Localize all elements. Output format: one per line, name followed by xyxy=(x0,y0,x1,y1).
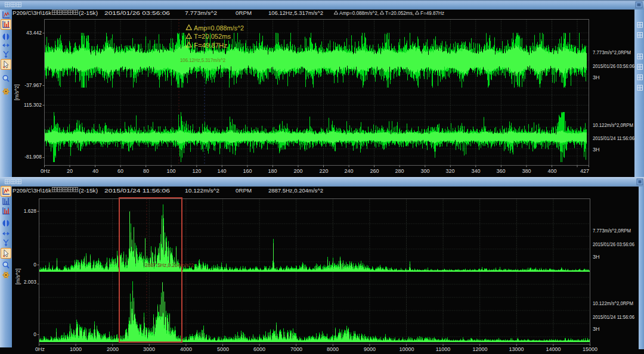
svg-text:120: 120 xyxy=(192,168,201,174)
svg-text:380: 380 xyxy=(522,168,531,174)
svg-text:7.773m/s^2,0RPM: 7.773m/s^2,0RPM xyxy=(593,49,631,55)
svg-text:T=20.052ms,: T=20.052ms, xyxy=(385,10,414,16)
svg-text:220: 220 xyxy=(319,168,328,174)
svg-text:P209/C\3H\16k: P209/C\3H\16k xyxy=(13,187,51,194)
svg-text:15000: 15000 xyxy=(583,346,597,352)
svg-text:2015/01/26 03:56:06: 2015/01/26 03:56:06 xyxy=(593,63,634,69)
svg-text:10.122m/s^2,0RPM: 10.122m/s^2,0RPM xyxy=(593,122,633,128)
svg-text:1000: 1000 xyxy=(70,346,82,352)
svg-text:400: 400 xyxy=(547,168,556,174)
svg-text:2887.5Hz,0.204m/s^2: 2887.5Hz,0.204m/s^2 xyxy=(145,262,194,268)
svg-text:240: 240 xyxy=(344,168,353,174)
svg-text:6000: 6000 xyxy=(253,346,265,352)
svg-text:Amp=0.088m/s^2: Amp=0.088m/s^2 xyxy=(194,24,244,32)
svg-text:2887.5Hz,0.204m/s^2: 2887.5Hz,0.204m/s^2 xyxy=(268,187,323,194)
svg-text:(2-15k): (2-15k) xyxy=(79,10,98,16)
svg-text:2015/01/24 11:56:06: 2015/01/24 11:56:06 xyxy=(593,314,634,320)
svg-text:2015/01/26 03:56:06: 2015/01/26 03:56:06 xyxy=(593,241,634,247)
svg-text:3H: 3H xyxy=(593,254,600,260)
svg-text:[m/s^2]: [m/s^2] xyxy=(15,268,21,284)
svg-text:11000: 11000 xyxy=(436,346,450,352)
svg-text:180: 180 xyxy=(268,168,277,174)
svg-text:0RPM: 0RPM xyxy=(236,187,252,194)
svg-text:60: 60 xyxy=(117,168,123,174)
svg-text:10000: 10000 xyxy=(399,346,414,352)
svg-text:P209/C\3H\16k: P209/C\3H\16k xyxy=(13,10,51,16)
svg-text:3H: 3H xyxy=(593,326,600,332)
svg-text:360: 360 xyxy=(496,168,505,174)
svg-text:3H: 3H xyxy=(593,147,600,153)
svg-text:F=49.87Hz: F=49.87Hz xyxy=(194,42,227,49)
svg-text:F=49.87Hz: F=49.87Hz xyxy=(420,10,444,16)
svg-text:200: 200 xyxy=(293,168,302,174)
svg-text:43.442: 43.442 xyxy=(26,30,42,36)
svg-text:3H: 3H xyxy=(593,74,600,80)
svg-text:80: 80 xyxy=(143,168,149,174)
svg-text:0: 0 xyxy=(33,262,36,268)
svg-text:280: 280 xyxy=(395,168,404,174)
svg-text:0Hz: 0Hz xyxy=(35,346,45,352)
svg-text:427: 427 xyxy=(580,168,589,174)
svg-text:2015/01/24 11:56:06: 2015/01/24 11:56:06 xyxy=(593,135,634,141)
svg-text:1.628: 1.628 xyxy=(24,208,37,214)
svg-text:106.12Hz,5.317m/s^2: 106.12Hz,5.317m/s^2 xyxy=(268,10,323,16)
svg-text:7000: 7000 xyxy=(290,346,302,352)
svg-text:115.302: 115.302 xyxy=(24,102,42,108)
svg-text:20: 20 xyxy=(67,168,73,174)
svg-text:Amp=0.088m/s^2,: Amp=0.088m/s^2, xyxy=(339,10,379,16)
svg-text:320: 320 xyxy=(445,168,454,174)
svg-text:160: 160 xyxy=(243,168,252,174)
svg-text:7.773m/s^2: 7.773m/s^2 xyxy=(185,10,217,16)
svg-text:T=20.052ms: T=20.052ms xyxy=(194,33,231,40)
svg-text:3000: 3000 xyxy=(143,346,155,352)
svg-text:(2-15k): (2-15k) xyxy=(79,187,98,194)
svg-text:8000: 8000 xyxy=(327,346,339,352)
svg-text:14000: 14000 xyxy=(546,346,561,352)
svg-text:4000: 4000 xyxy=(180,346,192,352)
svg-text:12000: 12000 xyxy=(472,346,487,352)
svg-text:260: 260 xyxy=(370,168,379,174)
svg-text:140: 140 xyxy=(217,168,226,174)
svg-text:0RPM: 0RPM xyxy=(236,10,252,16)
svg-text:-81.908: -81.908 xyxy=(24,154,42,160)
svg-text:2015/01/26 03:56:06: 2015/01/26 03:56:06 xyxy=(104,10,170,16)
svg-text:0Hz: 0Hz xyxy=(41,168,51,174)
svg-text:106.12Hz,5.317m/s^2: 106.12Hz,5.317m/s^2 xyxy=(180,57,225,63)
svg-text:40: 40 xyxy=(92,168,98,174)
svg-text:10.122m/s^2,0RPM: 10.122m/s^2,0RPM xyxy=(593,300,633,306)
svg-text:2.003: 2.003 xyxy=(24,279,37,285)
svg-text:340: 340 xyxy=(471,168,480,174)
svg-text:5000: 5000 xyxy=(217,346,229,352)
svg-text:-37.967: -37.967 xyxy=(24,82,42,88)
svg-text:0: 0 xyxy=(33,331,36,337)
svg-text:2015/01/24 11:56:06: 2015/01/24 11:56:06 xyxy=(104,187,170,194)
svg-text:2000: 2000 xyxy=(107,346,119,352)
svg-text:7.773m/s^2,0RPM: 7.773m/s^2,0RPM xyxy=(593,228,631,234)
svg-text:300: 300 xyxy=(420,168,429,174)
svg-text:[m/s^2]: [m/s^2] xyxy=(14,84,20,100)
svg-text:9000: 9000 xyxy=(364,346,376,352)
svg-text:100: 100 xyxy=(166,168,175,174)
svg-text:13000: 13000 xyxy=(509,346,524,352)
svg-text:10.122m/s^2: 10.122m/s^2 xyxy=(185,187,219,194)
